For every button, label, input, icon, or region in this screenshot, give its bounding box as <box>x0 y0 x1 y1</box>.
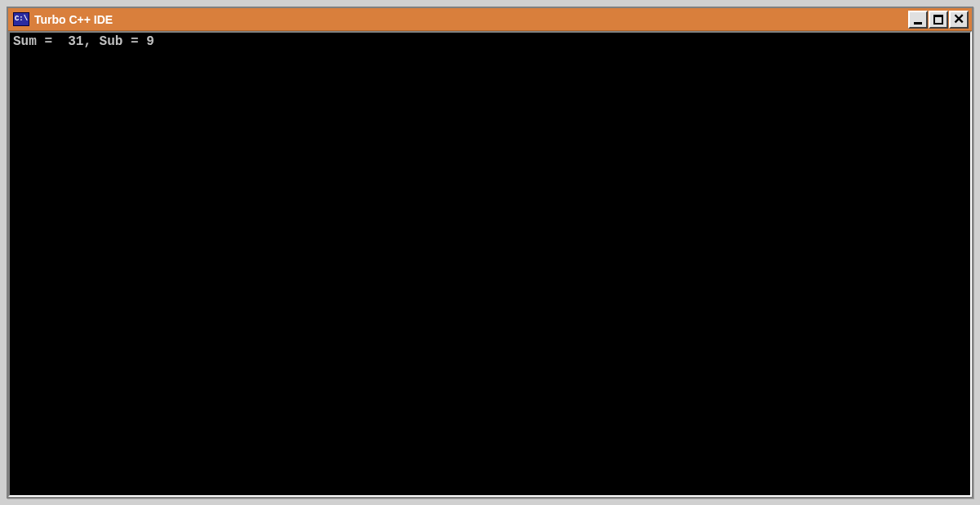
close-button[interactable]: ✕ <box>949 11 969 29</box>
maximize-button[interactable] <box>929 11 948 29</box>
console-area[interactable]: Sum = 31, Sub = 9 <box>8 31 972 497</box>
minimize-icon <box>914 22 922 25</box>
maximize-icon <box>933 15 943 25</box>
console-output: Sum = 31, Sub = 9 <box>13 34 967 50</box>
app-icon-label: C:\ <box>15 16 28 23</box>
titlebar[interactable]: C:\ Turbo C++ IDE ✕ <box>8 8 972 31</box>
application-window: C:\ Turbo C++ IDE ✕ Sum = 31, Sub = 9 <box>7 7 973 498</box>
window-controls: ✕ <box>907 11 969 29</box>
minimize-button[interactable] <box>908 11 928 29</box>
close-icon: ✕ <box>953 12 964 26</box>
app-icon: C:\ <box>13 12 29 26</box>
window-title: Turbo C++ IDE <box>34 13 907 26</box>
